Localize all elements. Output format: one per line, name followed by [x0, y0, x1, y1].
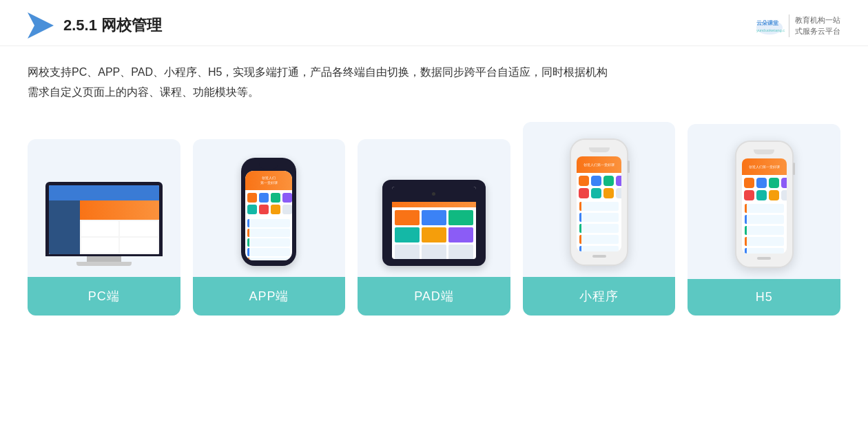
home-button — [592, 255, 606, 258]
mini-screen-header: 创造人们第一堂好课 — [577, 156, 621, 173]
mini-notch-bar — [577, 147, 621, 154]
svg-marker-0 — [28, 12, 54, 39]
h5-phone-outer: 创造人们第一堂好课 — [735, 141, 794, 268]
pc-stand — [87, 256, 121, 262]
side-button — [628, 161, 630, 173]
pad-mockup — [382, 180, 486, 266]
description-text: 网校支持PC、APP、PAD、小程序、H5，实现多端打通，产品各终端自由切换，数… — [28, 63, 840, 103]
device-card-pad: PAD端 — [358, 139, 510, 316]
device-card-h5: 创造人们第一堂好课 — [688, 124, 840, 316]
miniprogram-label: 小程序 — [523, 277, 676, 316]
mini-phone-screen: 创造人们第一堂好课 — [577, 156, 621, 251]
pc-image-area — [28, 139, 180, 277]
title-prefix: 2.5.1 — [63, 17, 101, 34]
desc-line2: 需求自定义页面上的内容、课程、功能模块等。 — [28, 83, 840, 103]
pc-main — [80, 220, 159, 254]
brand-logo: 云朵课堂 yunduoketang.com 教育机构一站 式服务云平台 — [754, 13, 840, 38]
header-left: 2.5.1 网校管理 — [28, 12, 162, 39]
pad-content — [392, 207, 476, 259]
phone-cards-app — [245, 217, 292, 260]
brand-line2: 式服务云平台 — [795, 25, 840, 37]
phone-notch-app — [259, 163, 278, 169]
pad-top — [392, 187, 476, 202]
pc-base — [76, 262, 132, 266]
brand-text: 教育机构一站 式服务云平台 — [789, 14, 840, 37]
pad-banner — [392, 202, 476, 207]
h5-label: H5 — [688, 279, 840, 316]
logo-arrow-icon — [28, 12, 54, 39]
pad-label: PAD端 — [358, 277, 510, 316]
mini-screen-list — [577, 200, 621, 251]
h5-phone-mockup: 创造人们第一堂好课 — [735, 141, 794, 268]
pc-sidebar — [49, 200, 80, 254]
mini-screen-icons — [577, 173, 621, 200]
phone-screen-top-app: 创造人们第一堂好课 — [245, 171, 292, 190]
pc-label: PC端 — [28, 277, 180, 316]
app-image-area: 创造人们第一堂好课 — [193, 139, 346, 277]
mini-phone-outer: 创造人们第一堂好课 — [570, 138, 628, 266]
phone-mockup-app: 创造人们第一堂好课 — [241, 158, 296, 266]
page-wrapper: 2.5.1 网校管理 云朵课堂 yunduoketang.com 教育机构一站 … — [0, 0, 868, 434]
pc-screen-inner — [49, 185, 159, 254]
title-bold: 网校管理 — [101, 17, 162, 34]
brand-cloud-icon: 云朵课堂 yunduoketang.com — [754, 13, 785, 38]
pc-mockup — [45, 182, 163, 266]
h5-screen-list — [742, 202, 787, 254]
h5-notch-bar — [742, 149, 787, 156]
brand-line1: 教育机构一站 — [795, 14, 840, 26]
content-area: 网校支持PC、APP、PAD、小程序、H5，实现多端打通，产品各终端自由切换，数… — [0, 46, 868, 329]
svg-text:云朵课堂: 云朵课堂 — [756, 20, 779, 26]
pad-screen — [392, 187, 476, 259]
mini-phone-mockup: 创造人们第一堂好课 — [570, 138, 628, 266]
app-label: APP端 — [193, 277, 346, 316]
h5-home-button — [757, 257, 771, 260]
h5-screen-icons — [742, 175, 787, 202]
desc-line1: 网校支持PC、APP、PAD、小程序、H5，实现多端打通，产品各终端自由切换，数… — [28, 63, 840, 83]
pad-outer — [382, 180, 486, 266]
h5-image-area: 创造人们第一堂好课 — [688, 124, 840, 279]
h5-notch — [754, 149, 774, 154]
h5-side-button — [793, 163, 795, 175]
page-title: 2.5.1 网校管理 — [63, 15, 162, 36]
phone-outer-app: 创造人们第一堂好课 — [241, 158, 296, 266]
cards-container: PC端 创造人们第一堂好课 — [28, 122, 840, 316]
device-card-app: 创造人们第一堂好课 — [193, 139, 346, 316]
h5-screen-header: 创造人们第一堂好课 — [742, 158, 787, 175]
device-card-miniprogram: 创造人们第一堂好课 — [523, 122, 676, 316]
pc-screen-outer — [45, 182, 163, 256]
phone-icons-app — [245, 190, 292, 217]
device-card-pc: PC端 — [28, 139, 180, 316]
header: 2.5.1 网校管理 云朵课堂 yunduoketang.com 教育机构一站 … — [0, 0, 868, 46]
svg-text:yunduoketang.com: yunduoketang.com — [756, 28, 785, 32]
mini-notch — [589, 147, 610, 152]
pc-banner — [80, 200, 159, 221]
phone-screen-app: 创造人们第一堂好课 — [245, 171, 292, 260]
h5-phone-screen: 创造人们第一堂好课 — [742, 158, 787, 254]
pc-screen-content — [49, 185, 159, 254]
miniprogram-image-area: 创造人们第一堂好课 — [523, 122, 676, 277]
pad-camera — [432, 192, 435, 196]
pad-image-area — [358, 139, 510, 277]
